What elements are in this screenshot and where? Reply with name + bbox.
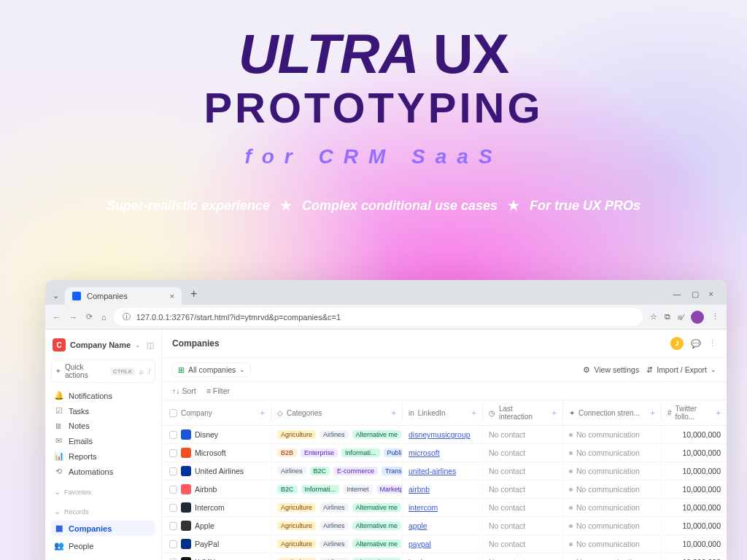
site-info-icon[interactable]: ⓘ [123, 311, 131, 322]
tab-dropdown-icon[interactable]: ⌄ [51, 291, 61, 305]
add-column-icon[interactable]: + [552, 408, 557, 417]
user-avatar[interactable]: J [670, 337, 684, 350]
select-all-checkbox[interactable] [169, 409, 177, 417]
view-settings-button[interactable]: ⚙View settings [583, 365, 639, 374]
sidebar-item-companies[interactable]: ▦Companies [51, 521, 155, 536]
table-row[interactable]: MicrosoftB2BEnterpriseInformati...Publis… [162, 444, 727, 462]
row-checkbox[interactable] [169, 449, 177, 457]
new-tab-button[interactable]: + [186, 287, 201, 305]
cell-categories[interactable]: AgricultureAirlinesAlternative me [271, 499, 403, 516]
company-name: Microsoft [195, 448, 226, 457]
reload-icon[interactable]: ⟳ [86, 312, 93, 322]
company-logo [181, 502, 191, 513]
add-column-icon[interactable]: + [392, 408, 396, 417]
add-column-icon[interactable]: + [651, 408, 655, 417]
forward-icon[interactable]: → [69, 313, 77, 322]
search-icon[interactable]: ⌕ [139, 368, 144, 376]
sidebar-item-automations[interactable]: ⟲Automations [51, 464, 155, 479]
category-tag: Alternative me [352, 430, 402, 439]
sidebar-item-reports[interactable]: 📊Reports [51, 448, 155, 464]
col-company[interactable]: Company+ [162, 404, 271, 421]
sidebar-item-label: Tasks [69, 407, 89, 416]
category-tag: Airlines [320, 521, 349, 530]
row-checkbox[interactable] [169, 504, 177, 512]
add-column-icon[interactable]: + [260, 408, 265, 417]
menu-icon[interactable]: ⋮ [711, 312, 719, 322]
table-row[interactable]: United AirlinesAirlinesB2CE-commerceTran… [162, 462, 727, 481]
cell-twitter: 10,000,000 [662, 518, 727, 534]
table-row[interactable]: DisneyAgricultureAirlinesAlternative med… [162, 426, 727, 444]
quick-actions[interactable]: ⌖ Quick actions CTRLK ⌕ / [51, 359, 155, 383]
cell-categories[interactable]: AgricultureAirlinesAlternative me [271, 518, 403, 534]
view-selector[interactable]: ⊞ All companies ⌄ [172, 362, 251, 377]
cell-categories[interactable]: B2BEnterpriseInformati...Publis [271, 445, 403, 461]
tagline-2: Complex conditional use cases [302, 198, 498, 214]
category-tag: Agriculture [277, 503, 316, 512]
linkedin-link[interactable]: paypal [409, 540, 431, 548]
sidebar-item-tasks[interactable]: ☑Tasks [51, 403, 155, 419]
extensions-icon[interactable]: ⧉ [665, 312, 670, 322]
reader-icon[interactable]: ≡⁄ [678, 313, 684, 322]
cell-last-interaction: No contact [483, 518, 563, 534]
profile-avatar[interactable] [691, 311, 704, 324]
linkedin-link[interactable]: microsoft [409, 448, 440, 457]
category-tag: Alternative me [352, 521, 402, 530]
row-checkbox[interactable] [169, 486, 177, 494]
cell-categories[interactable]: AgricultureAirlinesAlternative me [271, 536, 403, 552]
add-column-icon[interactable]: + [472, 408, 476, 417]
col-categories[interactable]: ◇Categories+ [271, 404, 403, 421]
sidebar-item-notes[interactable]: 🗎Notes [51, 419, 155, 433]
address-bar: ← → ⟳ ⌂ ⓘ 127.0.0.1:32767/start.html?id=… [45, 305, 727, 330]
row-checkbox[interactable] [169, 431, 177, 439]
url-input[interactable]: ⓘ 127.0.0.1:32767/start.html?id=ytmrvd&p… [114, 308, 643, 326]
sidebar-section-lists[interactable]: Lists [51, 556, 155, 560]
col-connection[interactable]: ✦Connection stren...+ [563, 404, 662, 421]
sidebar-section-records[interactable]: Records [51, 501, 155, 518]
linkedin-link[interactable]: apple [409, 521, 427, 530]
close-window-icon[interactable]: × [709, 289, 713, 299]
comment-icon[interactable]: 💬 [691, 339, 701, 349]
cell-categories[interactable]: B2CInformati...InternetMarketpl [271, 481, 403, 497]
table-row[interactable]: AirbnbB2CInformati...InternetMarketplair… [162, 481, 727, 499]
table-row[interactable]: PayPalAgricultureAirlinesAlternative mep… [162, 535, 727, 553]
sidebar-item-people[interactable]: 👥People [51, 538, 155, 553]
linkedin-link[interactable]: airbnb [409, 485, 430, 494]
view-toolbar: ⊞ All companies ⌄ ⚙View settings ⇵Import… [162, 358, 727, 382]
maximize-icon[interactable]: ▢ [692, 289, 699, 299]
cell-categories[interactable]: AgricultureAirlinesAlternative me [271, 427, 403, 443]
back-icon[interactable]: ← [53, 313, 61, 322]
spark-icon: ✦ [569, 409, 575, 417]
table-row[interactable]: IntercomAgricultureAirlinesAlternative m… [162, 499, 727, 517]
linkedin-link[interactable]: disneymusicgroup [409, 430, 471, 439]
sidebar-item-notifications[interactable]: 🔔Notifications [51, 388, 155, 403]
col-twitter[interactable]: #Twitter follo...+ [662, 400, 727, 425]
row-checkbox[interactable] [169, 467, 177, 475]
filter-button[interactable]: ≡ Filter [206, 386, 230, 395]
panel-toggle-icon[interactable]: ◫ [147, 341, 154, 350]
bookmark-icon[interactable]: ☆ [650, 312, 657, 322]
row-checkbox[interactable] [169, 540, 177, 548]
col-last-interaction[interactable]: ◷Last interaction+ [483, 400, 563, 425]
company-logo [181, 429, 191, 440]
minimize-icon[interactable]: — [673, 289, 681, 299]
table-row[interactable]: AppleAgricultureAirlinesAlternative meap… [162, 517, 727, 535]
linkedin-link[interactable]: united-airlines [409, 467, 456, 475]
home-icon[interactable]: ⌂ [101, 313, 107, 322]
note-icon: 🗎 [54, 421, 63, 430]
more-icon[interactable]: ⋮ [708, 339, 716, 349]
cell-twitter: 10,000,000 [662, 499, 727, 516]
row-checkbox[interactable] [169, 522, 177, 530]
col-linkedin[interactable]: inLinkedIn+ [403, 404, 483, 421]
browser-tab[interactable]: Companies × [65, 287, 182, 305]
workspace-switcher[interactable]: C Company Name ⌄ ◫ [51, 335, 155, 357]
sidebar-section-favorites[interactable]: Favorites [51, 481, 155, 499]
add-column-icon[interactable]: + [716, 408, 721, 417]
close-tab-icon[interactable]: × [170, 292, 174, 300]
sort-button[interactable]: ↑↓ Sort [172, 386, 196, 395]
cell-categories[interactable]: AgricultureAirlinesAlternative me [271, 554, 403, 560]
cell-categories[interactable]: AirlinesB2CE-commerceTransp [271, 463, 403, 479]
linkedin-link[interactable]: intercom [409, 503, 438, 512]
import-export-button[interactable]: ⇵Import / Export⌄ [646, 365, 716, 374]
sidebar-item-emails[interactable]: ✉Emails [51, 433, 155, 448]
table-row[interactable]: LVMHAgricultureAirlinesAlternative melvm… [162, 553, 727, 560]
